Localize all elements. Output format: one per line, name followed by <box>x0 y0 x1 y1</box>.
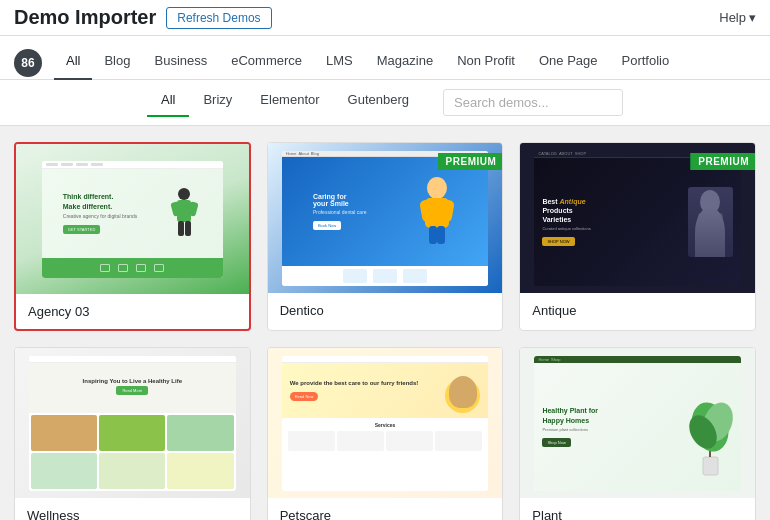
petscare-animal <box>440 368 480 413</box>
filter-tab-business[interactable]: Business <box>142 47 219 80</box>
chevron-down-icon: ▾ <box>749 10 756 25</box>
sub-filter-tab-gutenberg[interactable]: Gutenberg <box>334 88 423 117</box>
top-bar: Demo Importer Refresh Demos Help ▾ <box>0 0 770 36</box>
demo-card-image-antique: PREMIUM CATALOG ABOUT SHOP Best AntiqueP… <box>520 143 755 293</box>
plant-preview: Home Shop Healthy Plant forHappy Homes P… <box>534 356 741 491</box>
demo-card-dentico[interactable]: PREMIUM Home About Blog Caring foryour S… <box>267 142 504 331</box>
top-bar-left: Demo Importer Refresh Demos <box>14 6 272 29</box>
wellness-photos <box>29 413 235 491</box>
agency-sub: Creative agency for digital brands <box>63 213 138 219</box>
dentico-cta: Book Now <box>313 221 341 230</box>
demo-card-label-dentico: Dentico <box>268 293 503 328</box>
svg-rect-5 <box>185 221 191 236</box>
category-filter-tabs: All Blog Business eCommerce LMS Magazine… <box>54 46 681 79</box>
filter-tab-all[interactable]: All <box>54 47 92 80</box>
demo-grid-container: Think different.Make different. Creative… <box>0 126 770 520</box>
plant-nav: Home Shop <box>534 356 741 363</box>
filter-tab-non-profit[interactable]: Non Profit <box>445 47 527 80</box>
sub-filter-tab-all[interactable]: All <box>147 88 189 117</box>
filter-tab-portfolio[interactable]: Portfolio <box>610 47 682 80</box>
dentico-hero: Caring foryour Smile Professional dental… <box>282 157 489 266</box>
antique-preview: CATALOG ABOUT SHOP Best AntiqueProductsV… <box>534 151 741 286</box>
antique-hero: Best AntiqueProductsVarieties Curated an… <box>534 158 741 286</box>
demo-card-label-plant: Plant <box>520 498 755 520</box>
demo-card-plant[interactable]: Home Shop Healthy Plant forHappy Homes P… <box>519 347 756 520</box>
dentico-sub: Professional dental care <box>313 209 367 215</box>
svg-rect-11 <box>437 226 445 244</box>
petscare-bottom: Services <box>282 418 489 491</box>
demo-card-image-wellness: Inspiring You to Live a Healthy Life Rea… <box>15 348 250 498</box>
dentico-headline: Caring foryour Smile <box>313 193 367 207</box>
dentico-preview: Home About Blog Caring foryour Smile Pro… <box>282 151 489 286</box>
agency-body: Think different.Make different. Creative… <box>42 169 223 258</box>
demo-card-image-dentico: PREMIUM Home About Blog Caring foryour S… <box>268 143 503 293</box>
svg-point-6 <box>427 177 447 199</box>
demo-card-agency-03[interactable]: Think different.Make different. Creative… <box>14 142 251 331</box>
petscare-headline: We provide the best care to our furry fr… <box>290 380 441 386</box>
agency-headline: Think different.Make different. <box>63 192 138 210</box>
demo-card-image-agency: Think different.Make different. Creative… <box>16 144 249 294</box>
demo-card-image-plant: Home Shop Healthy Plant forHappy Homes P… <box>520 348 755 498</box>
filter-tab-one-page[interactable]: One Page <box>527 47 610 80</box>
filter-tab-ecommerce[interactable]: eCommerce <box>219 47 314 80</box>
premium-badge: PREMIUM <box>438 153 503 170</box>
sub-filter-tab-brizy[interactable]: Brizy <box>189 88 246 117</box>
help-button[interactable]: Help ▾ <box>719 10 756 25</box>
wellness-photo <box>31 453 97 489</box>
search-input[interactable] <box>443 89 623 116</box>
plant-headline: Healthy Plant forHappy Homes <box>542 406 683 424</box>
petscare-services: Services <box>288 422 483 428</box>
wellness-cta: Read More <box>116 386 148 395</box>
agency-icon <box>154 264 164 272</box>
demo-card-image-petscare: We provide the best care to our furry fr… <box>268 348 503 498</box>
wellness-nav <box>29 356 235 363</box>
demo-card-label-petscare: Petscare <box>268 498 503 520</box>
sub-filter-tab-elementor[interactable]: Elementor <box>246 88 333 117</box>
plant-image <box>683 387 733 467</box>
nav-item <box>91 163 103 166</box>
svg-rect-10 <box>429 226 437 244</box>
wellness-photo <box>167 453 233 489</box>
demo-card-label-agency: Agency 03 <box>16 294 249 329</box>
premium-badge: PREMIUM <box>690 153 755 170</box>
svg-rect-13 <box>698 213 723 248</box>
petscare-nav <box>282 356 489 363</box>
demo-card-label-antique: Antique <box>520 293 755 328</box>
wellness-photo <box>99 415 165 451</box>
filter-tab-lms[interactable]: LMS <box>314 47 365 80</box>
agency-icon <box>100 264 110 272</box>
dentico-bottom <box>282 266 489 286</box>
demo-card-wellness[interactable]: Inspiring You to Live a Healthy Life Rea… <box>14 347 251 520</box>
page-title: Demo Importer <box>14 6 156 29</box>
wellness-hero: Inspiring You to Live a Healthy Life Rea… <box>29 363 235 413</box>
nav-item <box>76 163 88 166</box>
wellness-photo <box>167 415 233 451</box>
plant-cta: Shop Now <box>542 438 570 447</box>
petscare-cta: Read Now <box>290 392 319 401</box>
agency-icon <box>136 264 146 272</box>
antique-cta: SHOP NOW <box>542 237 574 246</box>
svg-point-0 <box>178 188 190 200</box>
sub-filter-bar: All Brizy Elementor Gutenberg <box>0 80 770 126</box>
nav-item <box>46 163 58 166</box>
agency-figure-icon <box>167 186 202 241</box>
plant-sub: Premium plant collections <box>542 427 683 432</box>
demo-card-petscare[interactable]: We provide the best care to our furry fr… <box>267 347 504 520</box>
demo-card-label-wellness: Wellness <box>15 498 250 520</box>
dentico-person-icon <box>417 176 457 246</box>
agency-cta: GET STARTED <box>63 225 101 234</box>
wellness-photo <box>99 453 165 489</box>
demo-card-antique[interactable]: PREMIUM CATALOG ABOUT SHOP Best AntiqueP… <box>519 142 756 331</box>
filter-tab-magazine[interactable]: Magazine <box>365 47 445 80</box>
agency-bottom <box>42 258 223 278</box>
filter-tab-blog[interactable]: Blog <box>92 47 142 80</box>
antique-figure <box>688 187 733 257</box>
svg-rect-4 <box>178 221 184 236</box>
refresh-demos-button[interactable]: Refresh Demos <box>166 7 271 29</box>
filter-bar: 86 All Blog Business eCommerce LMS Magaz… <box>0 36 770 80</box>
petscare-preview: We provide the best care to our furry fr… <box>282 356 489 491</box>
agency-nav <box>42 161 223 169</box>
demo-grid: Think different.Make different. Creative… <box>14 142 756 520</box>
petscare-hero: We provide the best care to our furry fr… <box>282 363 489 418</box>
svg-point-12 <box>700 190 720 214</box>
